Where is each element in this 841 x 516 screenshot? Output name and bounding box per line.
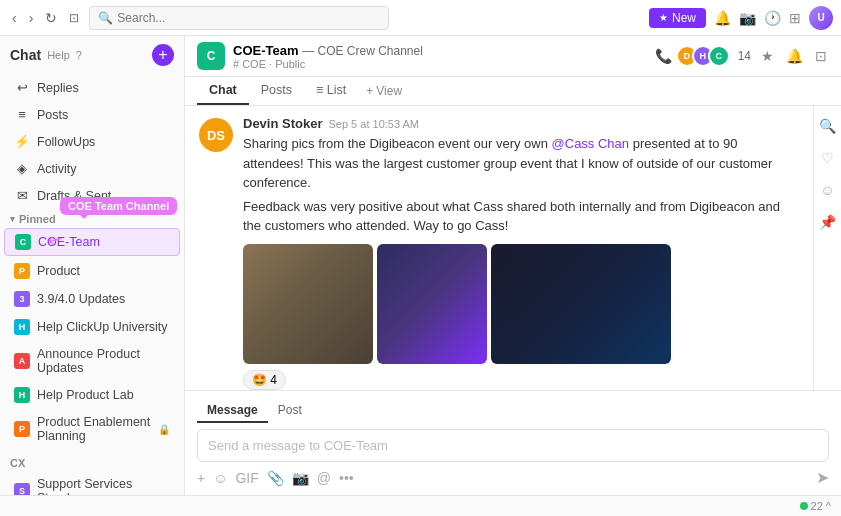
sidebar-item-help-clickup[interactable]: H Help ClickUp University (4, 314, 180, 340)
input-mention-icon[interactable]: @ (317, 470, 331, 486)
sidebar-item-help-lab-label: Help Product Lab (37, 388, 134, 402)
expand-button[interactable]: ⊡ (813, 46, 829, 66)
coe-team-channel-icon: C (15, 234, 31, 250)
member-avatar-3: C (708, 45, 730, 67)
clock-icon[interactable]: 🕐 (764, 10, 781, 26)
message-1: DS Devin Stoker Sep 5 at 10:53 AM Sharin… (199, 116, 799, 390)
tab-posts[interactable]: Posts (249, 77, 304, 105)
tab-view[interactable]: + View (358, 78, 410, 104)
top-bar-right: New 🔔 📷 🕐 ⊞ U (649, 6, 833, 30)
chat-header: C COE-Team — COE Crew Channel # COE · Pu… (185, 36, 841, 77)
call-button[interactable]: 📞 (653, 46, 674, 66)
input-placeholder: Send a message to COE-Team (208, 438, 818, 453)
top-bar: ‹ › ↻ ⊡ 🔍 New 🔔 📷 🕐 ⊞ U (0, 0, 841, 36)
updates-icon: 3 (14, 291, 30, 307)
grid-icon[interactable]: ⊞ (789, 10, 801, 26)
mention-cass[interactable]: @Cass Chan (552, 136, 630, 151)
input-emoji-icon[interactable]: ☺ (213, 470, 227, 486)
reaction-1[interactable]: 🤩 4 (243, 370, 286, 390)
input-gif-icon[interactable]: GIF (235, 470, 258, 486)
sidebar-add-button[interactable]: + (152, 44, 174, 66)
refresh-button[interactable]: ↻ (41, 8, 61, 28)
msg1-author: Devin Stoker (243, 116, 322, 131)
camera-icon[interactable]: 📷 (739, 10, 756, 26)
pinned-chevron[interactable]: ▾ (10, 214, 15, 224)
top-bar-icons: 🔔 📷 🕐 ⊞ U (714, 6, 833, 30)
side-search-button[interactable]: 🔍 (817, 116, 838, 136)
sidebar-item-announce[interactable]: A Announce Product Updates (4, 342, 180, 380)
side-pin-button[interactable]: 📌 (817, 212, 838, 232)
sidebar-item-coe-team[interactable]: C COE-Team (4, 228, 180, 256)
msg1-text2: Feedback was very positive about what Ca… (243, 197, 799, 236)
sidebar-item-product-enable[interactable]: P Product Enablement Planning 🔒 (4, 410, 180, 448)
sidebar-item-help-lab[interactable]: H Help Product Lab (4, 382, 180, 408)
search-input[interactable] (117, 11, 380, 25)
sidebar-item-activity-label: Activity (37, 162, 77, 176)
sidebar-item-product-enable-label: Product Enablement Planning (37, 415, 151, 443)
image-2 (377, 244, 487, 364)
image-3 (491, 244, 671, 364)
sidebar-item-followups-label: FollowUps (37, 135, 95, 149)
msg1-reaction: 🤩 4 (243, 364, 799, 390)
lock-icon-1: 🔒 (158, 424, 170, 435)
online-number: 22 (811, 500, 823, 512)
list-icon: ≡ (316, 83, 327, 97)
input-clip-icon[interactable]: 📎 (267, 470, 284, 486)
msg1-text: Sharing pics from the Digibeacon event o… (243, 134, 799, 193)
followups-icon: ⚡ (14, 134, 30, 149)
user-avatar[interactable]: U (809, 6, 833, 30)
side-smiley-button[interactable]: ☺ (818, 180, 836, 200)
sidebar-item-updates[interactable]: 3 3.9/4.0 Updates (4, 286, 180, 312)
input-more-icon[interactable]: ••• (339, 470, 354, 486)
sidebar: Chat Help ? + ↩ Replies ≡ Posts ⚡ Follow… (0, 36, 185, 495)
notification-header-button[interactable]: 🔔 (784, 46, 805, 66)
sidebar-item-announce-label: Announce Product Updates (37, 347, 170, 375)
plus-icon: + (366, 84, 373, 98)
product-icon: P (14, 263, 30, 279)
input-plus-icon[interactable]: + (197, 470, 205, 486)
sidebar-item-product-label: Product (37, 264, 80, 278)
sidebar-item-product[interactable]: P Product (4, 258, 180, 284)
channel-header-icon: C (197, 42, 225, 70)
input-camera-icon[interactable]: 📷 (292, 470, 309, 486)
nav-arrows: ‹ › ↻ ⊡ (8, 8, 83, 28)
back-button[interactable]: ‹ (8, 8, 21, 28)
product-enable-icon: P (14, 421, 30, 437)
chat-tabs: Chat Posts ≡ List + View (185, 77, 841, 106)
member-count[interactable]: 14 (738, 49, 751, 63)
input-tab-message[interactable]: Message (197, 399, 268, 423)
notifications-icon[interactable]: 🔔 (714, 10, 731, 26)
send-button[interactable]: ➤ (816, 468, 829, 487)
annotation-label: COE Team Channel (60, 197, 177, 215)
search-bar[interactable]: 🔍 (89, 6, 389, 30)
replies-icon: ↩ (14, 80, 30, 95)
cx-section: CX (0, 453, 184, 471)
sidebar-item-activity[interactable]: ◈ Activity (4, 156, 180, 181)
new-button[interactable]: New (649, 8, 706, 28)
messages-wrapper: DS Devin Stoker Sep 5 at 10:53 AM Sharin… (185, 106, 841, 390)
side-bookmark-button[interactable]: ♡ (819, 148, 836, 168)
input-tabs: Message Post (197, 399, 829, 423)
tab-list[interactable]: ≡ List (304, 77, 358, 105)
input-box[interactable]: Send a message to COE-Team (197, 429, 829, 462)
sidebar-help[interactable]: Help (47, 49, 70, 61)
sidebar-title: Chat (10, 47, 41, 63)
announce-icon: A (14, 353, 30, 369)
home-button[interactable]: ⊡ (65, 9, 83, 27)
sidebar-item-posts[interactable]: ≡ Posts (4, 102, 180, 127)
activity-icon: ◈ (14, 161, 30, 176)
side-actions: 🔍 ♡ ☺ 📌 (813, 106, 841, 390)
forward-button[interactable]: › (25, 8, 38, 28)
sidebar-item-followups[interactable]: ⚡ FollowUps (4, 129, 180, 154)
search-icon: 🔍 (98, 11, 113, 25)
online-count[interactable]: 22 ^ (800, 500, 831, 512)
sidebar-item-replies[interactable]: ↩ Replies (4, 75, 180, 100)
tab-chat[interactable]: Chat (197, 77, 249, 105)
sidebar-item-support-standup[interactable]: S Support Services Standup (4, 472, 180, 495)
star-button[interactable]: ★ (759, 46, 776, 66)
image-1 (243, 244, 373, 364)
input-toolbar: + ☺ GIF 📎 📷 @ ••• ➤ (197, 468, 829, 487)
input-tab-post[interactable]: Post (268, 399, 312, 423)
help-icon: ? (76, 49, 82, 61)
pinned-label: Pinned (19, 213, 56, 225)
